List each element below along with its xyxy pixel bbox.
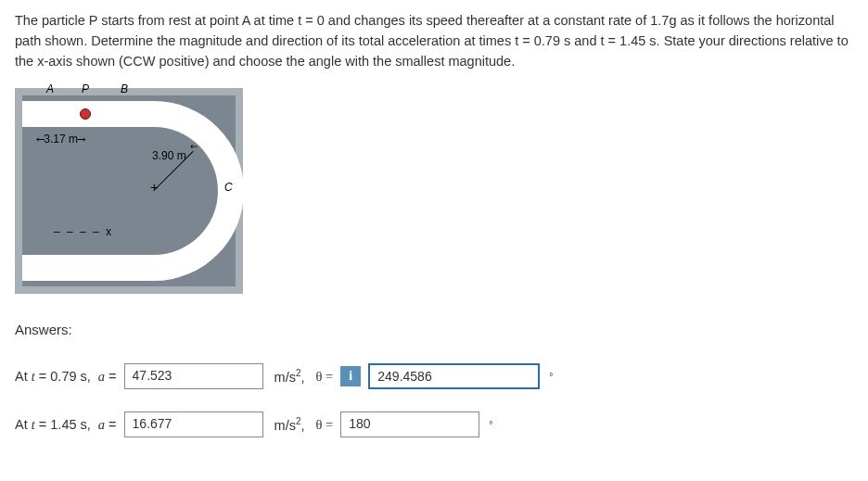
answers-heading: Answers: xyxy=(15,322,853,337)
answer-row-1: At t = 0.79 s, a = 47.523 m/s2, θ = i 24… xyxy=(15,363,853,389)
problem-statement: The particle P starts from rest at point… xyxy=(15,11,853,71)
label-a: A xyxy=(46,82,54,95)
info-badge-icon[interactable]: i xyxy=(340,366,361,386)
row1-theta-input[interactable]: 249.4586 xyxy=(368,363,540,389)
row1-degree-unit: ° xyxy=(549,372,553,382)
diagram-container: A P B C ⟵3.17 m⟶ ✕ ↘ 3.90 m – – – – x xyxy=(15,88,243,294)
label-p: P xyxy=(82,82,89,95)
answer-row-2: At t = 1.45 s, a = 16.677 m/s2, θ = 180 … xyxy=(15,411,853,437)
label-b: B xyxy=(121,82,128,95)
x-axis-label: – – – – x xyxy=(54,225,113,238)
row1-prefix: At t = 0.79 s, xyxy=(15,369,91,385)
row1-theta-label: θ = xyxy=(316,369,334,385)
row2-a-input[interactable]: 16.677 xyxy=(124,411,263,437)
track-straight-bottom xyxy=(22,255,152,281)
track-diagram: A P B C ⟵3.17 m⟶ ✕ ↘ 3.90 m – – – – x xyxy=(22,95,236,286)
row2-unit-a: m/s2, xyxy=(274,416,305,433)
label-c: C xyxy=(224,181,233,194)
row1-a-label: a = xyxy=(98,369,117,385)
row2-a-label: a = xyxy=(98,417,117,433)
dimension-ab: ⟵3.17 m⟶ xyxy=(37,133,84,146)
row1-unit-a: m/s2, xyxy=(274,368,305,385)
row2-theta-input[interactable]: 180 xyxy=(340,411,479,437)
row2-theta-label: θ = xyxy=(316,417,334,433)
row2-prefix: At t = 1.45 s, xyxy=(15,417,91,433)
dimension-radius: 3.90 m xyxy=(152,149,186,162)
row2-degree-unit: ° xyxy=(489,420,492,430)
row1-a-input[interactable]: 47.523 xyxy=(124,363,263,389)
